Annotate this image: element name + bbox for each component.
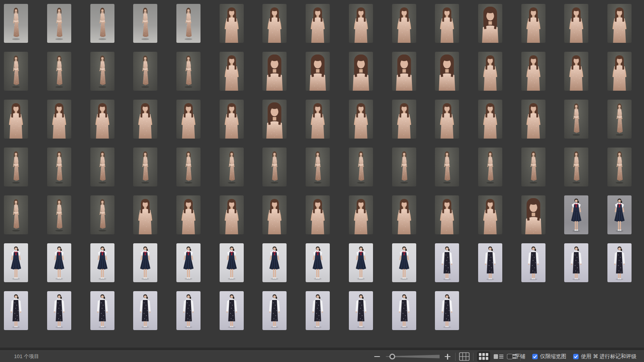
thumbnails-only-checkbox-label[interactable]: 仅限缩览图 xyxy=(540,353,567,360)
photo-thumbnail[interactable] xyxy=(176,148,201,186)
tile-checkbox-label[interactable]: 平铺 xyxy=(515,353,526,360)
photo-thumbnail[interactable] xyxy=(564,52,588,91)
photo-thumbnail[interactable] xyxy=(90,52,114,91)
photo-thumbnail[interactable] xyxy=(392,52,416,91)
photo-thumbnail[interactable] xyxy=(392,100,416,139)
photo-thumbnail[interactable] xyxy=(176,243,201,282)
photo-thumbnail[interactable] xyxy=(607,243,632,282)
photo-thumbnail[interactable] xyxy=(478,52,502,91)
photo-thumbnail[interactable] xyxy=(564,148,588,186)
photo-thumbnail[interactable] xyxy=(176,195,201,234)
photo-thumbnail[interactable] xyxy=(4,52,28,91)
photo-thumbnail[interactable] xyxy=(220,243,244,282)
photo-thumbnail[interactable] xyxy=(392,195,416,234)
photo-thumbnail[interactable] xyxy=(176,291,201,330)
photo-thumbnail[interactable] xyxy=(478,243,502,282)
photo-thumbnail[interactable] xyxy=(220,100,244,139)
photo-thumbnail[interactable] xyxy=(4,243,28,282)
photo-thumbnail[interactable] xyxy=(220,195,244,234)
photo-thumbnail[interactable] xyxy=(133,291,157,330)
photo-thumbnail[interactable] xyxy=(521,195,545,234)
photo-thumbnail[interactable] xyxy=(306,100,330,139)
photo-thumbnail[interactable] xyxy=(349,100,373,139)
photo-thumbnail[interactable] xyxy=(306,243,330,282)
photo-thumbnail[interactable] xyxy=(262,100,287,139)
photo-thumbnail[interactable] xyxy=(607,195,632,234)
photo-thumbnail[interactable] xyxy=(607,52,632,91)
photo-thumbnail[interactable] xyxy=(133,148,157,186)
photo-thumbnail[interactable] xyxy=(349,4,373,43)
photo-thumbnail[interactable] xyxy=(262,52,287,91)
photo-thumbnail[interactable] xyxy=(564,195,588,234)
photo-thumbnail[interactable] xyxy=(220,4,244,43)
photo-thumbnail[interactable] xyxy=(47,291,71,330)
photo-thumbnail[interactable] xyxy=(435,195,459,234)
photo-thumbnail[interactable] xyxy=(4,291,28,330)
gallery-grid-view-button[interactable] xyxy=(459,352,470,361)
photo-thumbnail[interactable] xyxy=(220,291,244,330)
cmd-rating-checkbox[interactable] xyxy=(573,354,579,360)
photo-thumbnail[interactable] xyxy=(47,148,71,186)
photo-thumbnail[interactable] xyxy=(306,195,330,234)
photo-thumbnail[interactable] xyxy=(90,100,114,139)
photo-thumbnail[interactable] xyxy=(478,195,502,234)
zoom-out-icon[interactable] xyxy=(374,356,380,357)
photo-thumbnail[interactable] xyxy=(90,243,114,282)
photo-thumbnail[interactable] xyxy=(47,243,71,282)
photo-thumbnail[interactable] xyxy=(435,148,459,186)
photo-thumbnail[interactable] xyxy=(306,52,330,91)
photo-thumbnail[interactable] xyxy=(47,195,71,234)
photo-thumbnail[interactable] xyxy=(435,243,459,282)
photo-thumbnail[interactable] xyxy=(4,100,28,139)
photo-thumbnail[interactable] xyxy=(435,52,459,91)
photo-thumbnail[interactable] xyxy=(392,148,416,186)
photo-thumbnail[interactable] xyxy=(435,291,459,330)
photo-thumbnail[interactable] xyxy=(392,243,416,282)
icon-view-button[interactable] xyxy=(477,351,490,362)
photo-thumbnail[interactable] xyxy=(521,148,545,186)
tile-checkbox[interactable] xyxy=(507,354,513,360)
photo-thumbnail[interactable] xyxy=(262,195,287,234)
photo-thumbnail[interactable] xyxy=(349,52,373,91)
photo-thumbnail[interactable] xyxy=(90,291,114,330)
photo-thumbnail[interactable] xyxy=(133,195,157,234)
photo-thumbnail[interactable] xyxy=(220,148,244,186)
photo-thumbnail[interactable] xyxy=(262,148,287,186)
photo-thumbnail[interactable] xyxy=(349,291,373,330)
photo-thumbnail[interactable] xyxy=(349,195,373,234)
photo-thumbnail[interactable] xyxy=(90,4,114,43)
photo-thumbnail[interactable] xyxy=(90,195,114,234)
photo-thumbnail[interactable] xyxy=(4,195,28,234)
photo-thumbnail[interactable] xyxy=(478,100,502,139)
photo-thumbnail[interactable] xyxy=(306,148,330,186)
photo-thumbnail[interactable] xyxy=(262,4,287,43)
photo-thumbnail[interactable] xyxy=(564,243,588,282)
zoom-in-icon[interactable] xyxy=(445,354,450,360)
photo-thumbnail[interactable] xyxy=(176,100,201,139)
detail-view-button[interactable] xyxy=(494,353,503,360)
photo-thumbnail[interactable] xyxy=(392,291,416,330)
photo-thumbnail[interactable] xyxy=(262,243,287,282)
photo-thumbnail[interactable] xyxy=(262,291,287,330)
photo-thumbnail[interactable] xyxy=(133,100,157,139)
photo-thumbnail[interactable] xyxy=(306,4,330,43)
cmd-rating-checkbox-label[interactable]: 使用 ⌘ 进行标记和评级 xyxy=(581,353,637,360)
photo-thumbnail[interactable] xyxy=(176,52,201,91)
photo-thumbnail[interactable] xyxy=(607,4,632,43)
photo-thumbnail[interactable] xyxy=(435,4,459,43)
photo-thumbnail[interactable] xyxy=(220,52,244,91)
photo-thumbnail[interactable] xyxy=(435,100,459,139)
photo-thumbnail[interactable] xyxy=(521,100,545,139)
photo-thumbnail[interactable] xyxy=(478,4,502,43)
photo-thumbnail[interactable] xyxy=(607,148,632,186)
photo-thumbnail[interactable] xyxy=(564,4,588,43)
photo-thumbnail[interactable] xyxy=(306,291,330,330)
photo-thumbnail[interactable] xyxy=(4,4,28,43)
photo-thumbnail[interactable] xyxy=(521,4,545,43)
photo-thumbnail[interactable] xyxy=(133,52,157,91)
photo-thumbnail[interactable] xyxy=(133,4,157,43)
photo-thumbnail[interactable] xyxy=(349,148,373,186)
photo-thumbnail[interactable] xyxy=(564,100,588,139)
photo-thumbnail[interactable] xyxy=(521,243,545,282)
photo-thumbnail[interactable] xyxy=(176,4,201,43)
